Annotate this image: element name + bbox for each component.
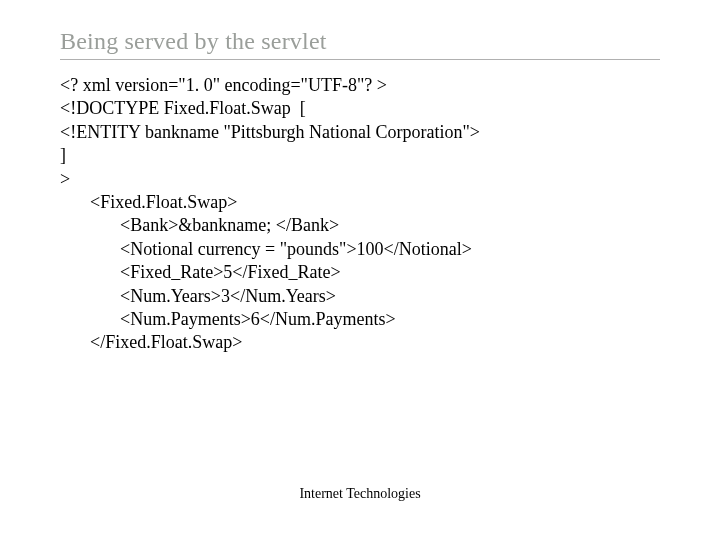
code-line: > (60, 168, 660, 191)
slide-title: Being served by the servlet (60, 28, 660, 55)
code-line: <Bank>&bankname; </Bank> (60, 214, 660, 237)
title-underline (60, 59, 660, 60)
slide: Being served by the servlet <? xml versi… (0, 0, 720, 355)
code-line: <Num.Years>3</Num.Years> (60, 285, 660, 308)
code-line: <!ENTITY bankname "Pittsburgh National C… (60, 121, 660, 144)
code-block: <? xml version="1. 0" encoding="UTF-8"? … (60, 74, 660, 355)
footer-text: Internet Technologies (0, 486, 720, 502)
code-line: <Num.Payments>6</Num.Payments> (60, 308, 660, 331)
code-line: </Fixed.Float.Swap> (60, 331, 660, 354)
code-line: <!DOCTYPE Fixed.Float.Swap [ (60, 97, 660, 120)
code-line: <Notional currency = "pounds">100</Notio… (60, 238, 660, 261)
code-line: ] (60, 144, 660, 167)
code-line: <? xml version="1. 0" encoding="UTF-8"? … (60, 74, 660, 97)
code-line: <Fixed.Float.Swap> (60, 191, 660, 214)
code-line: <Fixed_Rate>5</Fixed_Rate> (60, 261, 660, 284)
